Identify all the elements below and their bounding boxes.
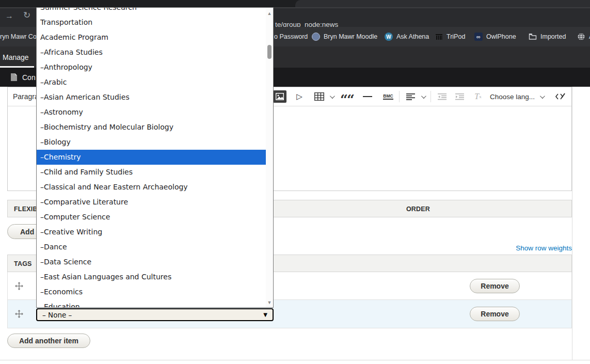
page-icon bbox=[11, 73, 17, 81]
active-browser-tab[interactable] bbox=[295, 0, 590, 7]
bookmark-imported[interactable]: Imported bbox=[529, 27, 566, 46]
remove-button[interactable]: Remove bbox=[470, 279, 520, 293]
scroll-up-icon[interactable]: ▲ bbox=[266, 11, 273, 16]
dropdown-option[interactable]: –Biology bbox=[37, 135, 266, 150]
tag-select[interactable]: – None – ▼ bbox=[36, 308, 274, 321]
wordpress-icon: W bbox=[385, 33, 393, 41]
bookmark-label: Ask Athena bbox=[396, 33, 429, 40]
blockquote-button[interactable]: ““ bbox=[340, 90, 354, 103]
dropdown-option[interactable]: Transportation bbox=[37, 15, 266, 30]
bookmark-moodle[interactable]: Bryn Mawr Moodle bbox=[312, 27, 377, 46]
dropdown-option[interactable]: Summer Science Research bbox=[37, 7, 266, 15]
tags-header-label: TAGS bbox=[14, 260, 32, 267]
form-bottom-divider bbox=[0, 360, 590, 360]
content-link[interactable]: Con bbox=[11, 68, 36, 87]
forward-icon[interactable]: → bbox=[5, 12, 13, 20]
drag-handle-icon[interactable] bbox=[15, 310, 23, 318]
indent-button[interactable] bbox=[453, 90, 466, 103]
outdent-button[interactable] bbox=[435, 90, 449, 103]
drag-handle-icon[interactable] bbox=[15, 282, 23, 290]
tag-select-value: – None – bbox=[42, 311, 72, 319]
table-chevron-icon[interactable] bbox=[328, 90, 335, 103]
alignment-button[interactable] bbox=[404, 90, 417, 103]
bookmark-label: o Password bbox=[274, 33, 308, 40]
globe-icon bbox=[577, 33, 585, 41]
bookmark-ask-athena[interactable]: W Ask Athena bbox=[385, 27, 429, 46]
infinity-badge-icon: ∞ bbox=[474, 33, 483, 41]
tag-select-open-dropdown: Summer Science ResearchTransportationAca… bbox=[36, 7, 274, 308]
dropdown-option[interactable]: –Dance bbox=[37, 240, 266, 255]
toolbar-separator bbox=[430, 91, 431, 102]
scroll-down-icon[interactable]: ▼ bbox=[266, 300, 273, 305]
dropdown-option[interactable]: Academic Program bbox=[37, 30, 266, 45]
reload-icon[interactable]: ↻ bbox=[23, 11, 30, 20]
bookmark-label: TriPod bbox=[447, 33, 465, 40]
remove-button[interactable]: Remove bbox=[470, 307, 520, 321]
dropdown-option[interactable]: –Data Science bbox=[37, 255, 266, 270]
dropdown-option[interactable]: –Biochemistry and Molecular Biology bbox=[37, 120, 266, 135]
bookmark-adobe[interactable]: Ado bbox=[577, 27, 590, 46]
language-chevron-icon[interactable] bbox=[538, 90, 545, 103]
dropdown-option[interactable]: –Education bbox=[37, 299, 266, 308]
columns-icon bbox=[435, 33, 443, 41]
dropdown-option[interactable]: –Child and Family Studies bbox=[37, 165, 266, 180]
dropdown-option[interactable]: –Creative Writing bbox=[37, 225, 266, 240]
bookmark-password[interactable]: o Password bbox=[274, 27, 308, 46]
language-dropdown[interactable]: Choose lang... bbox=[485, 90, 538, 103]
content-right-border bbox=[572, 87, 572, 360]
dropdown-option[interactable]: –Anthropology bbox=[37, 60, 266, 75]
dropdown-option[interactable]: –Chemistry bbox=[37, 150, 266, 165]
order-column-header: ORDER bbox=[390, 205, 447, 213]
bookmark-label: Imported bbox=[540, 33, 566, 40]
scrollbar-thumb[interactable] bbox=[267, 45, 272, 59]
horizontal-line-button[interactable] bbox=[361, 90, 374, 103]
table-button[interactable] bbox=[312, 90, 326, 103]
manage-tab[interactable]: Manage bbox=[0, 46, 34, 68]
dropdown-option[interactable]: –Economics bbox=[37, 284, 266, 299]
dropdown-option[interactable]: –Arabic bbox=[37, 75, 266, 90]
dropdown-option-list: Summer Science ResearchTransportationAca… bbox=[37, 7, 266, 308]
show-row-weights-link[interactable]: Show row weights bbox=[484, 244, 572, 252]
bmc-special-button[interactable]: BMC bbox=[381, 90, 395, 103]
toolbar-separator bbox=[399, 91, 400, 102]
media-embed-button[interactable]: ▷ bbox=[293, 90, 306, 103]
moodle-badge-icon bbox=[312, 33, 320, 41]
dropdown-option[interactable]: –Comparative Literature bbox=[37, 195, 266, 210]
bookmark-label: ryn Mawr Col bbox=[0, 33, 38, 40]
dropdown-scrollbar[interactable]: ▲ ▼ bbox=[266, 8, 273, 307]
folder-icon bbox=[529, 33, 537, 40]
paragraph-style-dropdown[interactable]: Paragra bbox=[13, 92, 39, 101]
dropdown-option[interactable]: –Astronomy bbox=[37, 105, 266, 120]
content-link-label: Con bbox=[22, 73, 36, 82]
bookmark-label: OwlPhone bbox=[486, 33, 516, 40]
alignment-chevron-icon[interactable] bbox=[419, 90, 426, 103]
remove-format-button[interactable]: Tx bbox=[471, 90, 485, 103]
dropdown-option[interactable]: –Computer Science bbox=[37, 210, 266, 225]
dropdown-option[interactable]: –Africana Studies bbox=[37, 45, 266, 60]
bookmark-label: Bryn Mawr Moodle bbox=[324, 33, 377, 40]
add-another-item-button[interactable]: Add another item bbox=[7, 334, 90, 348]
bookmark-bryn-mawr-college[interactable]: ryn Mawr Col bbox=[0, 27, 38, 46]
dropdown-option[interactable]: –Asian American Studies bbox=[37, 90, 266, 105]
dropdown-option[interactable]: –Classical and Near Eastern Archaeology bbox=[37, 180, 266, 195]
dropdown-option[interactable]: –East Asian Languages and Cultures bbox=[37, 270, 266, 284]
source-edit-button[interactable] bbox=[553, 90, 567, 103]
select-arrow-icon: ▼ bbox=[263, 312, 267, 318]
insert-image-button[interactable] bbox=[273, 90, 286, 103]
bookmark-owlphone[interactable]: ∞ OwlPhone bbox=[474, 27, 516, 46]
bookmark-tripod[interactable]: TriPod bbox=[435, 27, 465, 46]
